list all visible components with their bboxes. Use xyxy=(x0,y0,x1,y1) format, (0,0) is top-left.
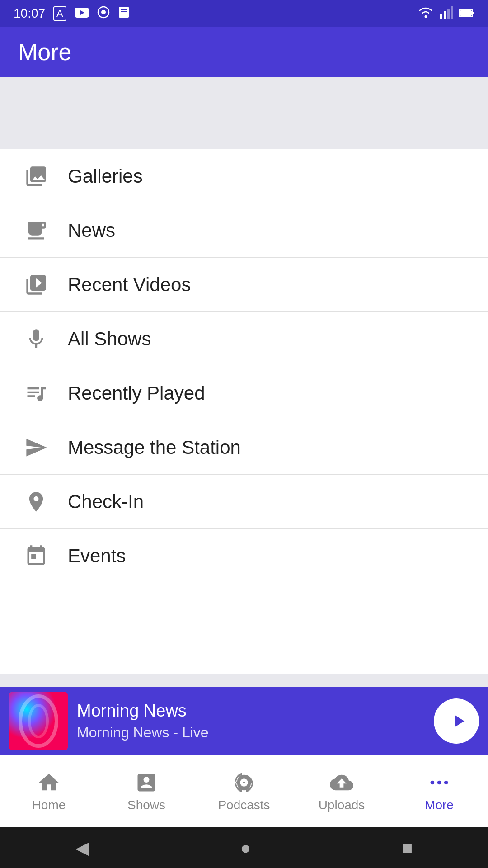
status-icon-a: A xyxy=(53,6,66,21)
now-playing-info: Morning News Morning News - Live xyxy=(77,701,425,741)
android-nav-bar: ◀ ● ■ xyxy=(0,827,488,868)
events-icon xyxy=(18,544,54,568)
menu-item-news[interactable]: News xyxy=(0,203,488,258)
menu-item-all-shows[interactable]: All Shows xyxy=(0,312,488,366)
podcasts-icon xyxy=(232,771,256,794)
svg-rect-12 xyxy=(451,6,453,19)
recently-played-icon xyxy=(18,382,54,405)
now-playing-bar[interactable]: Morning News Morning News - Live xyxy=(0,687,488,755)
recent-videos-icon xyxy=(18,273,54,297)
menu-item-check-in[interactable]: Check-In xyxy=(0,475,488,529)
battery-icon xyxy=(459,6,474,21)
menu-item-message-station[interactable]: Message the Station xyxy=(0,420,488,475)
svg-rect-6 xyxy=(121,11,127,12)
svg-rect-9 xyxy=(440,14,442,19)
svg-rect-16 xyxy=(9,692,68,750)
wifi-icon xyxy=(418,6,434,22)
all-shows-icon xyxy=(18,327,54,351)
svg-point-22 xyxy=(444,780,448,784)
now-playing-thumbnail xyxy=(9,692,68,750)
svg-point-8 xyxy=(425,15,427,18)
svg-rect-7 xyxy=(121,14,124,14)
status-time: 10:07 xyxy=(14,6,45,21)
nav-item-home[interactable]: Home xyxy=(0,755,98,827)
home-button[interactable]: ● xyxy=(240,838,251,858)
svg-rect-14 xyxy=(460,10,472,16)
status-bar: 10:07 A xyxy=(0,0,488,27)
svg-rect-15 xyxy=(473,12,474,14)
nav-item-more[interactable]: More xyxy=(390,755,488,827)
nav-item-podcasts[interactable]: Podcasts xyxy=(195,755,293,827)
svg-point-21 xyxy=(437,780,441,784)
status-icon-memo xyxy=(118,6,130,22)
menu-item-events[interactable]: Events xyxy=(0,529,488,583)
svg-point-3 xyxy=(101,10,106,14)
shows-icon xyxy=(135,771,158,794)
status-icon-youtube xyxy=(75,6,89,21)
svg-rect-10 xyxy=(444,11,446,19)
galleries-icon xyxy=(18,165,54,188)
message-station-icon xyxy=(18,436,54,459)
svg-marker-19 xyxy=(455,715,464,727)
news-icon xyxy=(18,219,54,242)
bottom-nav: Home Shows Podcasts Uploads More xyxy=(0,755,488,827)
play-button[interactable] xyxy=(434,698,479,744)
back-button[interactable]: ◀ xyxy=(75,837,89,858)
check-in-icon xyxy=(18,490,54,514)
signal-icon xyxy=(440,6,453,22)
home-icon xyxy=(37,771,61,794)
header-spacer xyxy=(0,77,488,149)
nav-item-shows[interactable]: Shows xyxy=(98,755,195,827)
more-icon xyxy=(427,771,451,794)
menu-bottom-spacer xyxy=(0,674,488,687)
menu-item-galleries[interactable]: Galleries xyxy=(0,149,488,203)
recents-button[interactable]: ■ xyxy=(402,838,413,858)
svg-rect-11 xyxy=(447,9,450,19)
menu-item-recently-played[interactable]: Recently Played xyxy=(0,366,488,420)
nav-item-uploads[interactable]: Uploads xyxy=(293,755,390,827)
menu-item-recent-videos[interactable]: Recent Videos xyxy=(0,258,488,312)
now-playing-subtitle: Morning News - Live xyxy=(77,724,425,741)
page-header: More xyxy=(0,27,488,77)
uploads-icon xyxy=(330,771,353,794)
menu-list: Galleries News Recent Videos All Shows R… xyxy=(0,149,488,674)
svg-point-20 xyxy=(431,780,435,784)
page-title: More xyxy=(18,38,71,66)
status-icon-circle xyxy=(97,6,110,22)
svg-rect-5 xyxy=(121,9,127,10)
now-playing-title: Morning News xyxy=(77,701,425,721)
